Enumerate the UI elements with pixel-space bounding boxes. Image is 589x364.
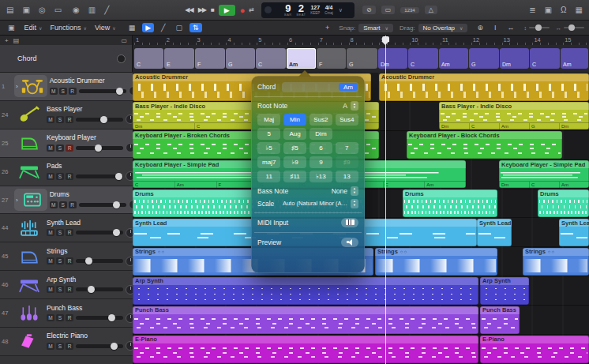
- forward-button[interactable]: ▶▶: [198, 6, 206, 13]
- chord-cell-F[interactable]: F: [317, 48, 346, 69]
- replace-mode-icon[interactable]: ▭: [381, 6, 396, 14]
- root-note-stepper[interactable]: ▴▾: [351, 101, 358, 111]
- midi-input-toggle[interactable]: [341, 218, 358, 227]
- playhead-pin[interactable]: [382, 36, 389, 42]
- menu-edit[interactable]: Edit∨: [24, 24, 43, 32]
- mute-button[interactable]: M: [47, 116, 54, 123]
- region-punch-bass[interactable]: Punch Bass: [133, 306, 478, 334]
- smart-controls-icon[interactable]: ◉: [71, 4, 81, 17]
- pencil-tool-icon[interactable]: ╱: [158, 23, 168, 32]
- quality-button-min[interactable]: Min: [283, 114, 306, 126]
- quality-button-9[interactable]: 9: [310, 156, 332, 168]
- note-pads-icon[interactable]: ▣: [543, 4, 553, 17]
- auto-track-zoom-icon[interactable]: ⇅: [189, 23, 202, 32]
- quality-button-sus2[interactable]: Sus2: [310, 114, 332, 126]
- volume-knob[interactable]: [100, 116, 107, 123]
- chord-cell-C[interactable]: C: [408, 48, 438, 69]
- track-icon-tile[interactable]: ›: [14, 189, 47, 211]
- record-enable-button[interactable]: R: [66, 257, 73, 265]
- track-header-electric-piano[interactable]: 48Electric PianoMSR: [0, 328, 133, 356]
- quality-button-maj[interactable]: Maj: [257, 114, 280, 126]
- library-icon[interactable]: ▤: [5, 4, 15, 17]
- chord-cell-Dm[interactable]: Dm: [500, 48, 529, 69]
- volume-knob[interactable]: [111, 343, 118, 350]
- volume-knob[interactable]: [108, 314, 115, 321]
- track-icon-tile[interactable]: [14, 330, 44, 352]
- mute-button[interactable]: M: [47, 286, 54, 293]
- quality-button-♯9[interactable]: ♯9: [336, 156, 358, 168]
- solo-button[interactable]: S: [59, 201, 67, 208]
- record-enable-button[interactable]: R: [69, 88, 77, 95]
- record-enable-button[interactable]: R: [66, 314, 73, 321]
- quality-button-aug[interactable]: Aug: [283, 128, 306, 140]
- record-enable-button[interactable]: R: [69, 201, 77, 208]
- track-header-punch-bass[interactable]: 47Punch BassMSR: [0, 299, 133, 328]
- quality-button-♭5[interactable]: ♭5: [257, 142, 280, 154]
- stop-button[interactable]: ■: [211, 6, 214, 13]
- menu-functions[interactable]: Functions∨: [50, 24, 86, 32]
- chord-track-header[interactable]: Chord: [0, 45, 133, 73]
- volume-knob[interactable]: [113, 229, 120, 236]
- region-arp-synth[interactable]: Arp Synth: [133, 277, 478, 305]
- chord-track-lane[interactable]: CEFGCAmFGDmCAmGDmCAm: [133, 45, 589, 73]
- cycle-button[interactable]: ⇄: [249, 6, 253, 13]
- track-header-keyboard-player[interactable]: 25Keyboard PlayerMSR: [0, 129, 133, 158]
- volume-knob[interactable]: [116, 88, 123, 95]
- region-punch-bass[interactable]: Punch Bass: [480, 306, 520, 334]
- track-header-pads[interactable]: 26PadsMSR: [0, 158, 133, 186]
- region-e-piano[interactable]: E-Piano: [480, 336, 589, 363]
- region-bass-player-indie-disco[interactable]: Bass Player - Indie DiscoDmCAmGDm: [439, 102, 589, 129]
- solo-button[interactable]: S: [59, 88, 67, 95]
- record-enable-button[interactable]: R: [66, 286, 73, 293]
- quality-button-maj7[interactable]: maj7: [257, 156, 280, 168]
- track-header-strings[interactable]: 45StringsMSR: [0, 242, 133, 271]
- track-icon-tile[interactable]: [14, 160, 44, 182]
- quick-help-icon[interactable]: ◎: [37, 4, 47, 17]
- track-icon-tile[interactable]: [14, 103, 44, 126]
- catch-playhead-icon[interactable]: ▶: [142, 23, 154, 32]
- disclosure-icon[interactable]: ›: [16, 197, 18, 204]
- mute-button[interactable]: M: [47, 144, 54, 152]
- quality-button-♯5[interactable]: ♯5: [283, 142, 306, 154]
- volume-slider[interactable]: [76, 287, 123, 291]
- track-header-drums[interactable]: 27›DrumsMSR: [0, 186, 133, 215]
- grid-view-icon[interactable]: ▦: [126, 23, 139, 32]
- mute-button[interactable]: M: [50, 201, 58, 208]
- quality-button-♭13[interactable]: ♭13: [310, 171, 332, 182]
- region-strings[interactable]: Strings○○: [375, 248, 497, 276]
- toolbar-toggle-icon[interactable]: ▭: [53, 4, 63, 17]
- drag-dropdown[interactable]: Drag: No Overlap ∨: [400, 24, 467, 32]
- volume-slider[interactable]: [76, 174, 123, 178]
- solo-button[interactable]: S: [56, 144, 64, 152]
- track-icon-tile[interactable]: [14, 246, 44, 268]
- plus-tool-button[interactable]: +: [322, 23, 332, 32]
- region-drums[interactable]: Drums: [538, 190, 589, 217]
- solo-button[interactable]: S: [56, 286, 64, 293]
- volume-knob[interactable]: [95, 144, 102, 152]
- quality-button-♯11[interactable]: ♯11: [283, 171, 306, 182]
- play-button[interactable]: ▶: [219, 5, 235, 16]
- quality-button-♭9[interactable]: ♭9: [283, 156, 306, 168]
- mute-button[interactable]: M: [47, 173, 54, 180]
- browsers-icon[interactable]: ▦: [574, 4, 584, 17]
- chord-cell-G[interactable]: G: [226, 48, 255, 69]
- solo-button[interactable]: S: [56, 173, 64, 180]
- region-synth-lead[interactable]: Synth Lead: [559, 219, 589, 246]
- chord-cell-Am[interactable]: Am: [287, 48, 316, 69]
- track-header-config-icon[interactable]: ▭: [121, 37, 127, 44]
- chord-name-field[interactable]: Am: [282, 82, 358, 92]
- list-editors-icon[interactable]: ≣: [527, 4, 537, 17]
- record-enable-button[interactable]: R: [66, 343, 73, 350]
- solo-button[interactable]: S: [56, 343, 64, 350]
- record-enable-button[interactable]: R: [66, 173, 73, 180]
- count-in-icon[interactable]: 1234: [400, 7, 418, 13]
- marquee-tool-icon[interactable]: ▢: [173, 23, 186, 32]
- region-acoustic-drummer[interactable]: Acoustic Drummer: [379, 73, 589, 101]
- editors-icon[interactable]: ╱: [103, 4, 111, 17]
- mute-button[interactable]: M: [50, 88, 58, 95]
- volume-slider[interactable]: [76, 259, 123, 263]
- track-icon-tile[interactable]: ›: [14, 75, 47, 97]
- tuner-icon[interactable]: ⊘: [362, 6, 376, 14]
- chord-cell-Am[interactable]: Am: [561, 48, 588, 69]
- quality-button-5[interactable]: 5: [257, 128, 280, 140]
